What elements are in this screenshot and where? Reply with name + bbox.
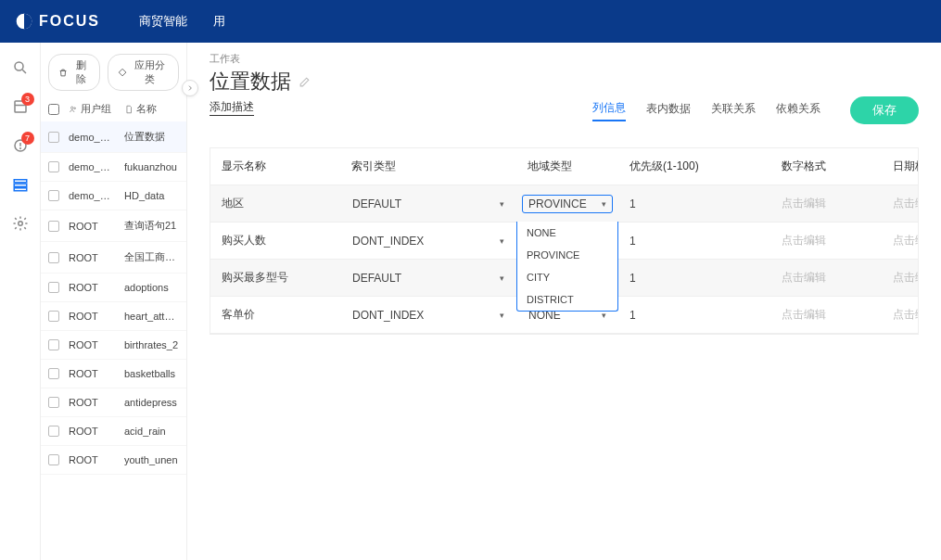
cell-priority[interactable]: 1 [618, 260, 739, 296]
sidebar-row[interactable]: ROOT adoptions [41, 274, 186, 302]
cell-dateformat[interactable]: 点击编辑 [869, 297, 919, 333]
svg-rect-10 [14, 188, 27, 191]
expand-handle[interactable] [182, 80, 198, 96]
cell-numformat[interactable]: 点击编辑 [739, 185, 869, 222]
sidebar-row[interactable]: ROOT antidepress [41, 388, 186, 417]
sidebar-list: demo_gu... 位置数据 demo_gu... fukuanzhou de… [41, 121, 186, 475]
row-checkbox[interactable] [48, 252, 59, 263]
tab-dependencies[interactable]: 依赖关系 [776, 101, 820, 121]
add-description-link[interactable]: 添加描述 [210, 99, 254, 116]
row-usergroup: ROOT [69, 368, 115, 379]
category-label: 应用分类 [131, 58, 169, 86]
cell-dateformat[interactable]: 点击编辑 [869, 260, 919, 296]
left-rail: 3 7 [0, 43, 41, 560]
settings-icon[interactable] [12, 215, 29, 232]
row-checkbox[interactable] [48, 339, 59, 350]
index-value: DEFAULT [352, 197, 401, 210]
geo-option[interactable]: CITY [517, 266, 617, 288]
pinboard-icon[interactable]: 3 [12, 98, 29, 115]
sidebar-row[interactable]: ROOT youth_unen [41, 446, 186, 475]
cell-priority[interactable]: 1 [618, 185, 739, 222]
cell-name[interactable]: 地区 [210, 185, 340, 222]
category-button[interactable]: 应用分类 [108, 54, 179, 91]
tab-relations[interactable]: 关联关系 [711, 101, 756, 121]
cell-numformat[interactable]: 点击编辑 [739, 297, 869, 333]
tab-data[interactable]: 表内数据 [646, 101, 691, 121]
row-checkbox[interactable] [48, 282, 59, 293]
save-button[interactable]: 保存 [850, 96, 919, 124]
th-priority: 优先级(1-100) [618, 148, 739, 185]
page-title: 位置数据 [210, 68, 291, 95]
row-usergroup: ROOT [69, 221, 115, 232]
users-icon [69, 105, 78, 114]
cell-name[interactable]: 购买最多型号 [210, 260, 340, 296]
row-name: 位置数据 [124, 130, 179, 144]
index-select[interactable]: DEFAULT▾ [346, 269, 511, 287]
row-checkbox[interactable] [48, 161, 59, 172]
row-checkbox[interactable] [48, 397, 59, 408]
sidebar-row[interactable]: demo_gu... HD_data [41, 182, 186, 210]
geo-select[interactable]: PROVINCE▾ [522, 195, 613, 213]
row-checkbox[interactable] [48, 426, 59, 437]
cell-dateformat[interactable]: 点击编辑 [869, 223, 919, 259]
cell-name[interactable]: 客单价 [210, 297, 340, 333]
alert-icon[interactable]: 7 [12, 137, 29, 154]
chevron-down-icon: ▾ [500, 274, 504, 283]
nav-item-bi[interactable]: 商贸智能 [139, 13, 187, 30]
row-checkbox[interactable] [48, 132, 59, 143]
data-icon[interactable] [12, 176, 29, 193]
geo-option[interactable]: PROVINCE [517, 244, 617, 266]
row-name: HD_data [124, 190, 179, 201]
row-usergroup: ROOT [69, 397, 115, 408]
delete-button[interactable]: 删除 [48, 54, 100, 91]
row-usergroup: ROOT [69, 339, 115, 350]
svg-point-13 [74, 107, 76, 108]
nav-item-1[interactable]: 用 [213, 13, 225, 30]
sidebar-row[interactable]: ROOT basketballs [41, 360, 186, 388]
breadcrumb: 工作表 [210, 52, 919, 66]
row-usergroup: ROOT [69, 454, 115, 465]
index-select[interactable]: DONT_INDEX▾ [346, 232, 511, 250]
svg-line-2 [22, 70, 26, 73]
geo-option[interactable]: NONE [517, 222, 617, 244]
main-content: 工作表 位置数据 添加描述 列信息 表内数据 关联关系 依赖关系 保存 显示名称… [187, 43, 941, 560]
sidebar-row[interactable]: demo_gu... fukuanzhou [41, 153, 186, 182]
cell-numformat[interactable]: 点击编辑 [739, 260, 869, 296]
select-all-checkbox[interactable] [48, 104, 59, 115]
svg-point-12 [71, 107, 74, 109]
row-checkbox[interactable] [48, 190, 59, 201]
cell-priority[interactable]: 1 [618, 223, 739, 259]
row-name: antidepress [124, 397, 179, 408]
sidebar-row[interactable]: ROOT 全国工商数据 [41, 242, 186, 274]
sidebar-row[interactable]: demo_gu... 位置数据 [41, 121, 186, 153]
row-checkbox[interactable] [48, 368, 59, 379]
brand-logo[interactable]: FOCUS [15, 12, 100, 31]
row-name: birthrates_2 [124, 339, 179, 350]
row-checkbox[interactable] [48, 221, 59, 232]
index-value: DONT_INDEX [352, 309, 424, 322]
cell-name[interactable]: 购买人数 [210, 223, 340, 259]
index-select[interactable]: DONT_INDEX▾ [346, 306, 511, 325]
alert-badge: 7 [21, 132, 34, 145]
sidebar-header-row: 用户组 名称 [41, 102, 186, 121]
cell-dateformat[interactable]: 点击编辑 [869, 185, 919, 222]
usergroup-header: 用户组 [69, 102, 115, 116]
geo-option[interactable]: DISTRICT [517, 288, 617, 311]
tab-columns[interactable]: 列信息 [592, 100, 626, 121]
edit-title-icon[interactable] [299, 76, 311, 88]
sidebar-row[interactable]: ROOT heart_attack [41, 302, 186, 331]
chevron-down-icon: ▾ [500, 311, 504, 320]
row-usergroup: demo_gu... [69, 190, 115, 201]
cell-numformat[interactable]: 点击编辑 [739, 223, 869, 259]
row-usergroup: ROOT [69, 311, 115, 322]
sidebar-row[interactable]: ROOT acid_rain [41, 417, 186, 446]
cell-priority[interactable]: 1 [618, 297, 739, 333]
row-checkbox[interactable] [48, 311, 59, 322]
row-checkbox[interactable] [48, 454, 59, 465]
logo-icon [15, 12, 33, 31]
search-icon[interactable] [12, 59, 29, 76]
sidebar-row[interactable]: ROOT 查询语句21 [41, 210, 186, 242]
index-select[interactable]: DEFAULT▾ [346, 195, 511, 213]
sidebar-row[interactable]: ROOT birthrates_2 [41, 331, 186, 360]
pin-badge: 3 [21, 93, 34, 106]
